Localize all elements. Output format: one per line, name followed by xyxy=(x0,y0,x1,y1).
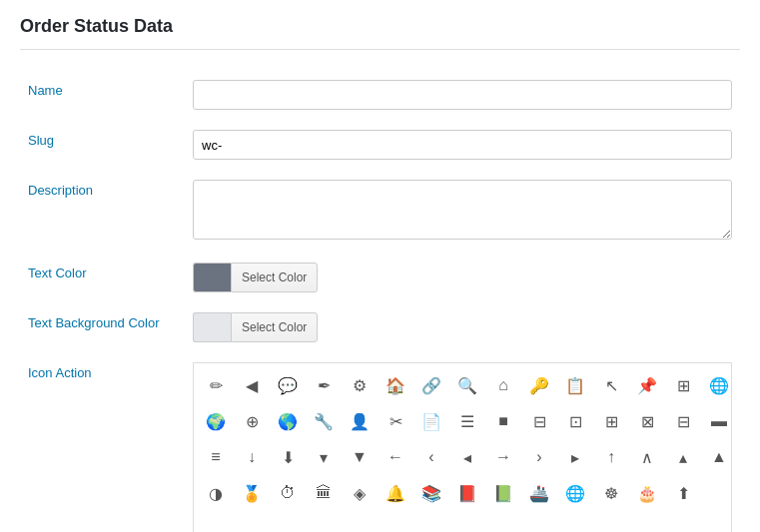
icon-cell[interactable]: 🔧 xyxy=(308,405,340,437)
icon-cell[interactable]: ◂ xyxy=(451,441,483,473)
icon-cell[interactable]: ☰ xyxy=(451,405,483,437)
icon-cell[interactable]: 🎂 xyxy=(631,477,663,509)
slug-row: Slug xyxy=(20,120,740,170)
name-cell xyxy=(183,70,740,120)
icon-cell[interactable]: ↑ xyxy=(595,441,627,473)
icon-cell[interactable]: 💬 xyxy=(272,369,304,401)
icon-action-area: ✏◀💬✒⚙🏠🔗🔍⌂🔑📋↖📌⊞🌐🌍⊕🌎🔧👤✂📄☰■⊟⊡⊞⊠⊟▬≡↓⬇▾▼←‹◂→›… xyxy=(193,362,732,532)
page-title: Order Status Data xyxy=(20,16,740,37)
icon-cell[interactable]: 🌎 xyxy=(272,405,304,437)
icon-cell[interactable]: ⚙ xyxy=(344,369,376,401)
icon-cell[interactable]: ‹ xyxy=(415,441,447,473)
icon-cell[interactable]: ⊟ xyxy=(523,405,555,437)
icon-cell[interactable]: ⊞ xyxy=(595,405,627,437)
text-color-picker: Select Color xyxy=(193,263,732,292)
icon-cell[interactable]: 📋 xyxy=(559,369,591,401)
icon-cell[interactable]: 🚢 xyxy=(523,477,555,509)
icon-cell[interactable]: ⌂ xyxy=(487,369,519,401)
icon-cell[interactable]: 📌 xyxy=(631,369,663,401)
icon-cell[interactable]: ← xyxy=(380,441,411,473)
text-bg-color-picker: Select Color xyxy=(193,312,732,342)
icon-cell[interactable]: ∧ xyxy=(631,441,663,473)
description-row: Description xyxy=(20,170,740,253)
icon-cell[interactable]: ◑ xyxy=(200,477,232,509)
icon-action-row: Icon Action ✏◀💬✒⚙🏠🔗🔍⌂🔑📋↖📌⊞🌐🌍⊕🌎🔧👤✂📄☰■⊟⊡⊞⊠… xyxy=(20,352,740,532)
icon-cell[interactable]: ✒ xyxy=(308,369,340,401)
icon-cell[interactable]: ↖ xyxy=(595,369,627,401)
text-color-cell: Select Color xyxy=(183,253,740,302)
icon-cell[interactable]: ✏ xyxy=(200,369,232,401)
section-divider xyxy=(20,49,740,50)
icon-cell[interactable]: ▬ xyxy=(703,405,731,437)
icon-cell[interactable]: ⊞ xyxy=(667,369,699,401)
icon-cell[interactable]: ◈ xyxy=(344,477,376,509)
name-label: Name xyxy=(20,70,183,120)
icon-action-label: Icon Action xyxy=(20,352,183,532)
icon-cell[interactable]: › xyxy=(523,441,555,473)
icon-grid: ✏◀💬✒⚙🏠🔗🔍⌂🔑📋↖📌⊞🌐🌍⊕🌎🔧👤✂📄☰■⊟⊡⊞⊠⊟▬≡↓⬇▾▼←‹◂→›… xyxy=(194,363,731,515)
icon-grid-scroll[interactable]: ✏◀💬✒⚙🏠🔗🔍⌂🔑📋↖📌⊞🌐🌍⊕🌎🔧👤✂📄☰■⊟⊡⊞⊠⊟▬≡↓⬇▾▼←‹◂→›… xyxy=(194,363,731,532)
icon-cell[interactable]: 🏠 xyxy=(380,369,411,401)
icon-cell[interactable]: ■ xyxy=(487,405,519,437)
icon-cell[interactable]: 🔗 xyxy=(415,369,447,401)
icon-cell[interactable]: 🌍 xyxy=(200,405,232,437)
icon-cell[interactable]: 📗 xyxy=(487,477,519,509)
description-input[interactable] xyxy=(193,180,732,240)
icon-grid-wrapper: ✏◀💬✒⚙🏠🔗🔍⌂🔑📋↖📌⊞🌐🌍⊕🌎🔧👤✂📄☰■⊟⊡⊞⊠⊟▬≡↓⬇▾▼←‹◂→›… xyxy=(193,362,732,532)
name-row: Name xyxy=(20,70,740,120)
form-table: Name Slug Description Text Color Select … xyxy=(20,70,740,532)
icon-cell[interactable]: ☸ xyxy=(595,477,627,509)
description-cell xyxy=(183,170,740,253)
icon-cell[interactable]: 🔍 xyxy=(451,369,483,401)
icon-cell[interactable]: ▸ xyxy=(559,441,591,473)
text-bg-color-label: Text Background Color xyxy=(20,302,183,352)
icon-cell[interactable]: 🏛 xyxy=(308,477,340,509)
icon-cell[interactable]: 📄 xyxy=(415,405,447,437)
icon-cell[interactable]: 🔔 xyxy=(380,477,411,509)
icon-action-cell: ✏◀💬✒⚙🏠🔗🔍⌂🔑📋↖📌⊞🌐🌍⊕🌎🔧👤✂📄☰■⊟⊡⊞⊠⊟▬≡↓⬇▾▼←‹◂→›… xyxy=(183,352,740,532)
icon-cell[interactable]: ✂ xyxy=(380,405,411,437)
text-bg-color-select-button[interactable]: Select Color xyxy=(231,312,318,342)
description-label: Description xyxy=(20,170,183,253)
icon-cell[interactable]: ◀ xyxy=(236,369,268,401)
icon-cell[interactable]: 🌐 xyxy=(559,477,591,509)
icon-cell[interactable]: 📚 xyxy=(415,477,447,509)
icon-cell[interactable]: ⊕ xyxy=(236,405,268,437)
text-bg-color-row: Text Background Color Select Color xyxy=(20,302,740,352)
text-color-select-button[interactable]: Select Color xyxy=(231,263,318,292)
slug-cell xyxy=(183,120,740,170)
icon-cell[interactable]: ▾ xyxy=(308,441,340,473)
icon-cell[interactable]: 🌐 xyxy=(703,369,731,401)
icon-cell[interactable]: ▲ xyxy=(703,441,731,473)
text-bg-color-swatch xyxy=(193,312,231,342)
name-input[interactable] xyxy=(193,80,732,110)
slug-input[interactable] xyxy=(193,130,732,160)
icon-cell[interactable]: ⊠ xyxy=(631,405,663,437)
slug-label: Slug xyxy=(20,120,183,170)
icon-cell[interactable]: → xyxy=(487,441,519,473)
icon-cell[interactable]: ⏱ xyxy=(272,477,304,509)
text-color-row: Text Color Select Color xyxy=(20,253,740,302)
text-color-label: Text Color xyxy=(20,253,183,302)
icon-cell[interactable]: 📕 xyxy=(451,477,483,509)
icon-cell[interactable]: 👤 xyxy=(344,405,376,437)
text-bg-color-cell: Select Color xyxy=(183,302,740,352)
icon-cell[interactable]: 🔑 xyxy=(523,369,555,401)
icon-cell[interactable]: ⬆ xyxy=(667,477,699,509)
icon-cell[interactable]: ↓ xyxy=(236,441,268,473)
icon-cell[interactable]: ▼ xyxy=(344,441,376,473)
icon-cell[interactable]: ▴ xyxy=(667,441,699,473)
text-color-swatch xyxy=(193,263,231,292)
icon-cell[interactable]: ⊟ xyxy=(667,405,699,437)
icon-cell[interactable]: ≡ xyxy=(200,441,232,473)
icon-cell[interactable]: 🏅 xyxy=(236,477,268,509)
icon-cell[interactable]: ⬇ xyxy=(272,441,304,473)
icon-cell[interactable]: ⊡ xyxy=(559,405,591,437)
